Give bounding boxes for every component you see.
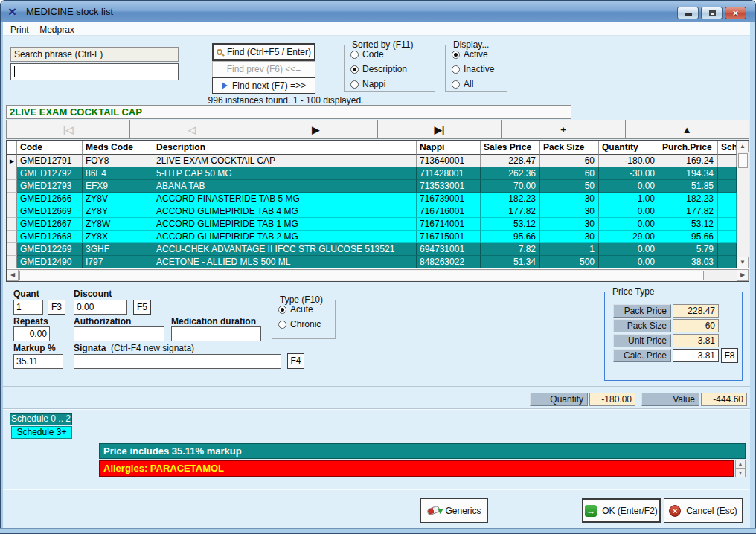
radio-type-chronic[interactable]: Chronic bbox=[278, 318, 335, 330]
table-row[interactable]: GMED12667ZY8WACCORD GLIMEPIRIDE TAB 1 MG… bbox=[7, 218, 749, 231]
table-row[interactable]: GMED1279286E45-HTP CAP 50 MG711428001262… bbox=[7, 167, 749, 180]
row-indicator bbox=[7, 231, 17, 243]
table-row[interactable]: GMED12668ZY8XACCORD GLIMEPIRIDE TAB 2 MG… bbox=[7, 231, 749, 243]
calc-price-input[interactable]: 3.81 bbox=[673, 349, 719, 362]
cell-pack-size: 50 bbox=[540, 180, 599, 193]
cell-code: GMED12490 bbox=[17, 256, 83, 268]
cell-schedule bbox=[718, 218, 737, 231]
radio-icon bbox=[452, 51, 460, 59]
cell-nappi: 711428001 bbox=[417, 167, 481, 180]
row-indicator bbox=[7, 193, 17, 205]
header-quantity[interactable]: Quantity bbox=[599, 141, 659, 155]
display-group: Display... Active Inactive All bbox=[445, 45, 507, 92]
nav-last-button[interactable]: ▶| bbox=[378, 120, 502, 139]
repeats-input[interactable] bbox=[13, 326, 50, 341]
maximize-button[interactable] bbox=[701, 7, 723, 19]
radio-display-all[interactable]: All bbox=[452, 78, 507, 90]
table-row[interactable]: GMED12490I797ACETONE - ALLIED MLS 500 ML… bbox=[7, 256, 749, 268]
quant-key-button[interactable]: F3 bbox=[48, 300, 65, 315]
header-nappi[interactable]: Nappi bbox=[417, 141, 481, 155]
schedule-3plus-button[interactable]: Schedule 3+ bbox=[11, 426, 72, 439]
search-label: Search phrase (Ctrl-F) bbox=[10, 47, 179, 62]
hscroll-thumb[interactable] bbox=[19, 271, 704, 280]
cell-sales-price: 95.66 bbox=[481, 231, 540, 243]
app-window: × MEDICINE stock list × Print Medprax Se… bbox=[0, 0, 756, 534]
medication-duration-input[interactable] bbox=[171, 326, 261, 341]
spinner-down-icon[interactable]: ▼ bbox=[735, 469, 746, 477]
radio-sort-description[interactable]: Description bbox=[350, 63, 435, 75]
find-button[interactable]: Find (Ctrl+F5 / Enter) bbox=[212, 43, 315, 61]
close-button[interactable]: × bbox=[725, 7, 746, 19]
table-row[interactable]: ►GMED12791FOY82LIVE EXAM COCKTAIL CAP713… bbox=[7, 155, 749, 167]
total-quantity-label: Quantity bbox=[530, 393, 588, 406]
cell-sales-price: 177.82 bbox=[481, 205, 540, 218]
grid-horizontal-scrollbar[interactable]: ◀ ▶ bbox=[7, 269, 749, 281]
row-indicator bbox=[7, 218, 17, 231]
table-row[interactable]: GMED12669ZY8YACCORD GLIMEPIRIDE TAB 4 MG… bbox=[7, 205, 749, 218]
cell-code: GMED12792 bbox=[17, 167, 83, 180]
grid-vertical-scrollbar[interactable]: ▲ ▼ bbox=[737, 141, 749, 268]
ok-button[interactable]: → OK (Enter/F2) bbox=[582, 498, 661, 523]
scroll-right-icon[interactable]: ▶ bbox=[737, 269, 749, 281]
nav-insert-button[interactable]: + bbox=[502, 120, 625, 139]
radio-type-acute[interactable]: Acute bbox=[278, 303, 335, 315]
pack-size-value: 60 bbox=[673, 319, 719, 332]
scroll-left-icon[interactable]: ◀ bbox=[7, 269, 19, 281]
scroll-down-icon[interactable]: ▼ bbox=[737, 257, 749, 268]
header-code[interactable]: Code bbox=[17, 141, 83, 155]
authorization-input[interactable] bbox=[74, 326, 164, 341]
find-prev-button[interactable]: Find prev (F6) <<= bbox=[212, 61, 315, 77]
signata-key-button[interactable]: F4 bbox=[287, 353, 304, 369]
nav-up-button[interactable]: ▲ bbox=[626, 120, 749, 139]
markup-input[interactable] bbox=[13, 354, 63, 369]
discount-key-button[interactable]: F5 bbox=[133, 300, 151, 315]
search-input[interactable] bbox=[10, 63, 179, 80]
header-meds-code[interactable]: Meds Code bbox=[83, 141, 153, 155]
header-pack-size[interactable]: Pack Size bbox=[540, 141, 599, 155]
scroll-up-icon[interactable]: ▲ bbox=[737, 141, 749, 152]
signata-input[interactable] bbox=[74, 354, 281, 369]
cell-description: 5-HTP CAP 50 MG bbox=[153, 167, 417, 180]
header-purch-price[interactable]: Purch.Price bbox=[659, 141, 718, 155]
calc-price-key-button[interactable]: F8 bbox=[721, 348, 738, 363]
discount-input[interactable] bbox=[74, 300, 127, 315]
nav-prev-button[interactable]: ◁ bbox=[130, 120, 254, 139]
table-row[interactable]: GMED12793EFX9ABANA TAB71353300170.00500.… bbox=[7, 180, 749, 193]
row-pointer-icon: ► bbox=[7, 155, 17, 167]
radio-display-active[interactable]: Active bbox=[452, 48, 507, 60]
cell-meds-code: ZY8Y bbox=[83, 205, 153, 218]
cell-meds-code: ZY8W bbox=[83, 218, 153, 231]
radio-sort-code[interactable]: Code bbox=[350, 48, 435, 60]
radio-display-inactive[interactable]: Inactive bbox=[452, 63, 507, 75]
cell-purch-price: 95.66 bbox=[659, 231, 718, 243]
table-row[interactable]: GMED122693GHFACCU-CHEK ADVANTAGE II IFCC… bbox=[7, 243, 749, 256]
vscroll-thumb[interactable] bbox=[738, 153, 748, 168]
radio-icon bbox=[452, 65, 460, 74]
table-row[interactable]: GMED12666ZY8VACCORD FINASTERIDE TAB 5 MG… bbox=[7, 193, 749, 205]
spinner-up-icon[interactable]: ▲ bbox=[735, 460, 746, 469]
cell-quantity: 29.00 bbox=[599, 231, 659, 243]
sorted-by-group: Sorted by (F11) Code Description Nappi bbox=[344, 45, 435, 92]
radio-sort-nappi[interactable]: Nappi bbox=[350, 78, 435, 90]
header-sales-price[interactable]: Sales Price bbox=[481, 141, 540, 155]
row-indicator bbox=[7, 167, 17, 180]
menu-medprax[interactable]: Medprax bbox=[39, 23, 74, 36]
cancel-button[interactable]: × Cancel (Esc) bbox=[664, 498, 743, 523]
medication-duration-label: Medication duration bbox=[171, 316, 256, 326]
navigator-bar: |◁◁▶▶|+▲ bbox=[6, 120, 749, 139]
radio-icon bbox=[452, 80, 460, 89]
row-indicator bbox=[7, 243, 17, 256]
discount-label: Discount bbox=[74, 289, 112, 299]
header-schedule[interactable]: Sche bbox=[718, 141, 737, 155]
cell-quantity: 0.00 bbox=[599, 243, 659, 256]
nav-first-button[interactable]: |◁ bbox=[6, 120, 130, 139]
quant-input[interactable] bbox=[13, 300, 43, 315]
menu-print[interactable]: Print bbox=[10, 23, 29, 36]
pill-icon bbox=[426, 505, 441, 516]
generics-button[interactable]: Generics bbox=[420, 498, 488, 523]
minimize-button[interactable] bbox=[677, 7, 699, 19]
header-description[interactable]: Description bbox=[153, 141, 417, 155]
find-next-button[interactable]: Find next (F7) =>> bbox=[212, 77, 315, 94]
nav-next-button[interactable]: ▶ bbox=[254, 120, 378, 139]
schedule-0-2-button[interactable]: Schedule 0 .. 2 bbox=[10, 413, 72, 425]
